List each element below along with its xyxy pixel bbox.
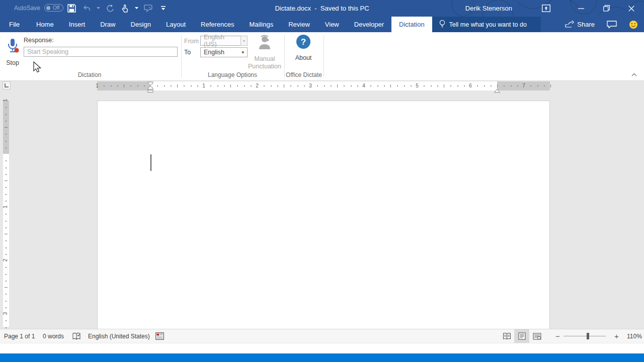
word-count-status[interactable]: 0 words (43, 329, 64, 343)
ruler-tick (104, 85, 105, 86)
proofing-status-icon[interactable] (72, 329, 81, 343)
autosave-label: AutoSave (14, 5, 40, 12)
ruler-tick (111, 85, 112, 86)
page-number-status[interactable]: Page 1 of 1 (4, 329, 35, 343)
ruler-number: 3 (309, 83, 312, 88)
web-layout-view-icon[interactable] (529, 329, 544, 343)
ruler-tick (251, 85, 252, 86)
status-bar: Page 1 of 1 0 words English (United Stat… (0, 329, 644, 343)
zoom-level[interactable]: 110% (627, 329, 642, 343)
restore-icon[interactable] (594, 0, 619, 17)
ruler-tick (210, 85, 211, 86)
tab-file[interactable]: File (0, 17, 29, 32)
ribbon-dictation: Stop Response: Dictation From English (U… (0, 32, 644, 81)
ruler-tick (137, 85, 138, 86)
touch-mode-dropdown-icon[interactable] (134, 7, 139, 10)
tab-insert[interactable]: Insert (61, 17, 93, 32)
share-button[interactable]: Share (559, 17, 601, 32)
ruler-tick (6, 147, 7, 148)
microphone-icon (6, 38, 19, 55)
ruler-tick (437, 85, 438, 86)
ruler-tick (6, 327, 7, 328)
dictate-quick-icon[interactable] (142, 3, 154, 15)
ruler-number: 1 (3, 206, 8, 209)
ruler-number: 1 (3, 99, 8, 102)
tab-home[interactable]: Home (29, 17, 61, 32)
tab-review[interactable]: Review (281, 17, 317, 32)
ruler-tick (5, 234, 8, 234)
right-indent-marker[interactable] (494, 87, 500, 95)
ruler-tick (264, 85, 265, 86)
ruler-tick (504, 85, 505, 86)
tell-me-label: Tell me what you want to do (449, 21, 527, 28)
tab-developer[interactable]: Developer (347, 17, 391, 32)
tab-draw[interactable]: Draw (93, 17, 123, 32)
stop-dictation-button[interactable]: Stop (2, 34, 23, 70)
print-layout-view-icon[interactable] (514, 329, 529, 343)
ruler-tick (177, 84, 178, 87)
ruler-tick (397, 85, 398, 86)
minimize-icon[interactable] (569, 0, 594, 17)
zoom-slider-thumb[interactable] (587, 333, 589, 339)
tell-me-search[interactable]: Tell me what you want to do (432, 17, 541, 32)
to-language-dropdown[interactable]: English ▾ (200, 47, 248, 57)
tab-dictation[interactable]: Dictation (391, 17, 432, 32)
ruler-tick (5, 287, 8, 288)
about-button[interactable]: ? About (285, 34, 321, 62)
ruler-tick (517, 85, 518, 86)
indent-markers[interactable] (147, 81, 153, 94)
text-cursor-caret (150, 154, 151, 171)
ruler-tick (357, 85, 358, 86)
to-language-dropdown-arrow-icon: ▾ (242, 50, 244, 55)
ruler-tick (130, 85, 131, 86)
manual-punctuation-person-icon (257, 34, 273, 52)
ruler-number: 2 (256, 83, 259, 88)
ruler-tick (331, 85, 332, 86)
undo-dropdown-icon[interactable] (96, 7, 101, 10)
tab-layout[interactable]: Layout (158, 17, 193, 32)
macro-record-icon[interactable] (155, 329, 164, 343)
close-icon[interactable] (619, 0, 644, 17)
save-icon[interactable] (65, 3, 77, 15)
autosave-toggle[interactable]: Off (44, 4, 63, 12)
document-page[interactable] (97, 101, 550, 329)
from-language-value: English (US) (204, 34, 237, 48)
redo-icon[interactable] (104, 3, 116, 15)
tab-design[interactable]: Design (123, 17, 158, 32)
ruler-number: 4 (362, 83, 365, 88)
response-input[interactable] (24, 47, 178, 57)
feedback-smiley-icon[interactable] (623, 17, 644, 32)
tab-mailings[interactable]: Mailings (242, 17, 281, 32)
zoom-slider-track[interactable] (564, 336, 606, 336)
autosave-control[interactable]: AutoSave Off (14, 4, 63, 12)
group-label-language-options: Language Options (193, 71, 272, 78)
customize-qat-icon[interactable] (157, 3, 169, 15)
ruler-tick (324, 85, 325, 86)
ruler-tick (277, 85, 278, 86)
mouse-pointer (32, 61, 43, 75)
ruler-tick (124, 84, 124, 87)
signed-in-user[interactable]: Derik Stenerson (465, 0, 512, 17)
touch-mouse-mode-icon[interactable] (119, 3, 131, 15)
about-question-icon: ? (296, 34, 311, 51)
tab-view[interactable]: View (317, 17, 347, 32)
collapse-ribbon-icon[interactable] (629, 70, 639, 78)
language-status[interactable]: English (United States) (88, 329, 150, 343)
view-buttons (499, 329, 544, 343)
manual-punctuation-label: Manual Punctuation (248, 55, 281, 70)
ruler-tick (197, 85, 198, 86)
tab-references[interactable]: References (193, 17, 242, 32)
ribbon-tab-row: File Home Insert Draw Design Layout Refe… (0, 17, 644, 32)
zoom-out-icon[interactable]: − (555, 329, 560, 343)
comments-icon[interactable] (601, 17, 623, 32)
zoom-in-icon[interactable]: + (614, 329, 619, 343)
ruler-tick (230, 84, 231, 87)
window-controls (569, 0, 644, 17)
ruler-tick (6, 254, 7, 255)
ribbon-display-options-icon[interactable] (538, 0, 553, 17)
ruler-tick (157, 85, 158, 86)
ruler-tick (444, 84, 444, 87)
undo-icon[interactable] (80, 3, 93, 15)
tab-stop-selector[interactable] (3, 81, 11, 89)
read-mode-view-icon[interactable] (499, 329, 514, 343)
